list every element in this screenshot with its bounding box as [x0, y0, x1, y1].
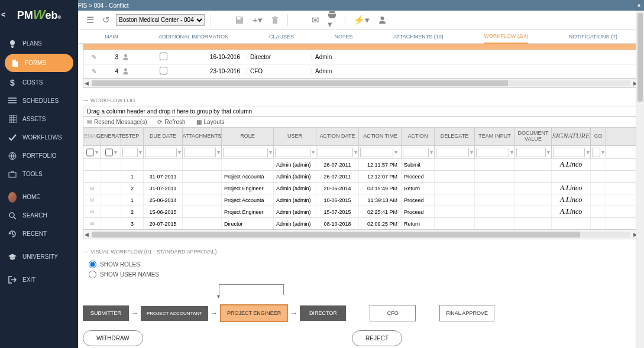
globe-icon — [8, 152, 17, 160]
col-header-ac[interactable]: ACTION — [402, 128, 435, 145]
col-filter-dd[interactable]: ▾ — [144, 146, 183, 158]
cell-co — [591, 194, 606, 206]
col-filter-rl[interactable]: ▾ — [222, 146, 274, 158]
col-header-co[interactable]: CO — [591, 128, 606, 145]
grid-h-scrollbar[interactable]: ◀▶ — [83, 230, 639, 239]
col-filter-dv[interactable]: ▾ — [515, 146, 552, 158]
print-icon[interactable]: ▾ — [325, 10, 339, 30]
wf-node-director[interactable]: DIRECTOR — [300, 305, 346, 321]
save-icon[interactable] — [232, 15, 247, 25]
history-icon[interactable]: ↺ — [100, 15, 112, 25]
edit-icon[interactable]: ✎ — [83, 68, 104, 74]
sidebar-item-university[interactable]: UNIVERSITY — [0, 248, 78, 266]
sidebar-item-workflows[interactable]: WORKFLOWS — [0, 128, 78, 147]
checkbox[interactable] — [145, 67, 181, 76]
add-icon[interactable]: +▾ — [250, 15, 265, 25]
layouts-button[interactable]: ▦ Layouts — [196, 119, 225, 125]
sidebar-item-assets[interactable]: ASSETS — [0, 110, 78, 128]
wf-node-submitter[interactable]: SUBMITTER — [83, 305, 129, 321]
checkbox[interactable] — [145, 53, 181, 61]
col-header-ti[interactable]: ACTION TIME — [359, 128, 402, 145]
check-icon — [8, 134, 17, 141]
sidebar-item-tools[interactable]: TOOLS — [0, 165, 78, 183]
tab-attachments-[interactable]: ATTACHMENTS (10) — [393, 30, 444, 43]
col-filter-em[interactable]: ▾ — [83, 146, 101, 158]
wf-node-cfo[interactable]: CFO — [370, 305, 416, 321]
cell-tp — [475, 194, 515, 206]
action-icon[interactable]: ⚡▾ — [351, 15, 372, 25]
tab-clauses[interactable]: CLAUSES — [269, 30, 294, 43]
col-header-us[interactable]: USER — [274, 128, 316, 145]
sidebar-item-portfolio[interactable]: PORTFOLIO — [0, 147, 78, 165]
user: Admin — [311, 68, 639, 74]
user-icon[interactable] — [376, 15, 389, 24]
sidebar-item-schedules[interactable]: SCHEDULES — [0, 92, 78, 110]
sidebar-item-forms[interactable]: FORMS — [5, 54, 73, 72]
col-header-st[interactable]: STEP — [121, 128, 144, 145]
col-filter-sg[interactable]: ▾ — [552, 146, 591, 158]
edit-icon[interactable]: ✎ — [83, 54, 104, 60]
col-filter-ti[interactable]: ▾ — [359, 146, 402, 158]
col-header-ad[interactable]: ACTION DATE — [316, 128, 359, 145]
show-users-radio[interactable]: SHOW USER NAMES — [89, 271, 639, 278]
col-filter-dl[interactable]: ▾ — [435, 146, 475, 158]
back-chevron-icon[interactable]: < — [1, 11, 5, 19]
refresh-button[interactable]: ⟳ Refresh — [157, 119, 185, 125]
col-header-dl[interactable]: DELEGATE — [435, 128, 475, 145]
list-view-icon[interactable]: ☰ — [84, 15, 96, 25]
col-header-sg[interactable]: SIGNATURE — [552, 128, 591, 145]
col-filter-st[interactable]: ▾ — [121, 146, 144, 158]
wf-node-final[interactable]: FINAL APPROVE — [439, 305, 494, 321]
col-filter-co[interactable]: ▾ — [591, 146, 606, 158]
wf-node-pa[interactable]: PROJECT ACCOUNTANT — [141, 306, 208, 321]
resend-button[interactable]: ✉ Resend Message(s) — [87, 119, 147, 125]
col-header-tp[interactable]: TEAM INPUT — [475, 128, 515, 145]
col-filter-ad[interactable]: ▾ — [316, 146, 359, 158]
list-icon — [8, 97, 17, 105]
cell-dl — [435, 218, 475, 229]
sidebar-item-label: EXIT — [22, 277, 35, 283]
record-selector[interactable]: Boston Medical Center - 004 - Confl — [116, 14, 205, 26]
col-filter-at[interactable]: ▾ — [183, 146, 222, 158]
col-filter-tp[interactable]: ▾ — [475, 146, 515, 158]
tab-workflow-[interactable]: WORKFLOW (2/4) — [484, 30, 528, 44]
cell-rl: Project Accounta — [222, 171, 274, 182]
sidebar-item-home[interactable]: HOME — [0, 188, 78, 206]
tab-main[interactable]: MAIN — [105, 30, 118, 43]
sidebar-item-costs[interactable]: $COSTS — [0, 73, 78, 92]
dollar-icon: $ — [8, 78, 17, 87]
tab-notes[interactable]: NOTES — [335, 30, 353, 43]
col-header-gn[interactable]: GENERATE — [101, 128, 121, 145]
tab-additional-information[interactable]: ADDITIONAL INFORMATION — [158, 30, 229, 43]
delete-icon[interactable] — [268, 16, 281, 24]
col-filter-us[interactable]: ▾ — [274, 146, 316, 158]
toolbar: ☰ ↺ Boston Medical Center - 004 - Confl … — [78, 11, 644, 30]
mail-icon[interactable]: ✉ — [309, 15, 322, 25]
col-filter-gn[interactable]: ▾ — [101, 146, 121, 158]
sidebar-item-plans[interactable]: PLANS — [0, 34, 78, 53]
tab-notifications-[interactable]: NOTIFICATIONS (7) — [569, 30, 617, 43]
sidebar-item-search[interactable]: SEARCH — [0, 206, 78, 225]
col-header-dd[interactable]: DUE DATE — [144, 128, 183, 145]
cell-gn — [101, 206, 121, 217]
col-filter-ac[interactable]: ▾ — [402, 146, 435, 158]
collapse-icon[interactable]: ▴ — [637, 1, 640, 8]
cell-st: 1 — [121, 171, 144, 182]
col-header-rl[interactable]: ROLE — [222, 128, 274, 145]
tabs: MAINADDITIONAL INFORMATIONCLAUSESNOTESAT… — [78, 30, 644, 44]
sidebar-item-exit[interactable]: EXIT — [0, 271, 78, 289]
sidebar-item-label: SEARCH — [22, 212, 47, 219]
cell-ti: 03:19:49 PM — [359, 183, 402, 194]
show-roles-radio[interactable]: SHOW ROLES — [89, 261, 639, 268]
v-scrollbar[interactable] — [636, 11, 644, 348]
h-scrollbar[interactable]: ◀▶ — [83, 79, 639, 88]
withdraw-button[interactable]: WITHDRAW — [83, 330, 143, 346]
log-toolbar: ✉ Resend Message(s) ⟳ Refresh ▦ Layouts — [83, 117, 639, 128]
col-header-dv[interactable]: DOCUMENT VALUE — [515, 128, 552, 145]
reject-button[interactable]: REJECT — [352, 330, 402, 346]
col-header-at[interactable]: ATTACHMENTS — [183, 128, 222, 145]
sidebar-item-recent[interactable]: RECENT — [0, 225, 78, 243]
group-drop-area[interactable]: Drag a column header and drop it here to… — [83, 106, 639, 117]
wf-node-pe[interactable]: PROJECT ENGINEER — [220, 304, 288, 322]
sidebar-item-label: TOOLS — [22, 171, 43, 177]
